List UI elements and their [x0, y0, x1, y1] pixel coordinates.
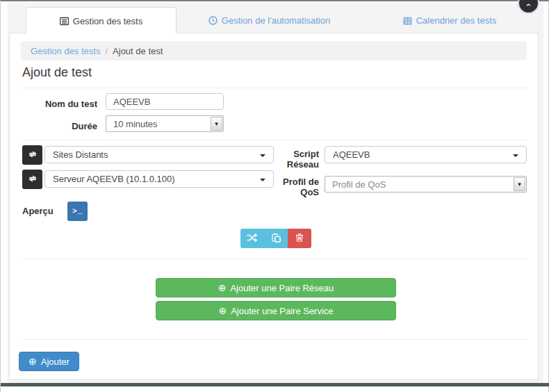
plus-circle-icon: ⊕	[218, 306, 227, 316]
refresh-server-button[interactable]	[22, 170, 42, 189]
refresh-sites-button[interactable]	[22, 145, 42, 165]
select-arrow-icon	[211, 117, 222, 131]
duration-select-value: 10 minutes	[113, 119, 158, 129]
plus-circle-icon: ⊕	[218, 283, 227, 293]
serveur-value: Serveur AQEEVB (10.1.0.100)	[53, 174, 175, 184]
add-network-pair-label: Ajouter une Paire Réseau	[230, 283, 334, 293]
tab-gestion-des-tests[interactable]: Gestion des tests	[26, 7, 177, 34]
pair-actions-group	[240, 229, 311, 248]
name-label: Nom du test	[10, 96, 97, 113]
section-divider	[22, 140, 527, 140]
app-window: Gestion des tests Gestion de l'automatis…	[0, 0, 549, 392]
select-arrow-icon	[514, 177, 525, 191]
duration-select[interactable]: 10 minutes	[106, 115, 224, 132]
add-service-pair-button[interactable]: ⊕ Ajouter une Paire Service	[156, 301, 396, 320]
script-reseau-dropdown[interactable]: AQEEVB	[325, 146, 527, 163]
profil-qos-select[interactable]: Profil de QoS	[325, 176, 527, 193]
tab-label: Calendrier des tests	[416, 15, 497, 26]
add-service-pair-label: Ajouter une Paire Service	[231, 306, 333, 316]
terminal-icon: >_	[72, 207, 83, 215]
sites-distants-value: Sites Distants	[53, 149, 108, 160]
preview-terminal-button[interactable]: >_	[67, 202, 88, 221]
shuffle-button[interactable]	[240, 229, 264, 248]
paste-button[interactable]	[264, 229, 288, 248]
tab-calendrier[interactable]: Calendrier des tests	[362, 7, 537, 33]
retweet-icon	[28, 149, 38, 161]
script-reseau-value: AQEEVB	[333, 149, 370, 160]
test-name-input[interactable]	[106, 93, 224, 110]
trash-icon	[295, 233, 304, 244]
page-title: Ajout de test	[22, 65, 527, 88]
plus-circle-icon: ⊕	[28, 357, 37, 366]
breadcrumb-link-gestion-des-tests[interactable]: Gestion des tests	[31, 46, 100, 56]
breadcrumb-separator: /	[105, 46, 108, 56]
page-background: Gestion des tests Gestion de l'automatis…	[8, 3, 543, 384]
breadcrumb-current: Ajout de test	[113, 46, 163, 56]
retweet-icon	[28, 173, 38, 186]
list-alt-icon	[60, 17, 69, 26]
caret-down-icon	[513, 154, 518, 157]
chevron-up-icon: ⌃	[525, 2, 532, 13]
tab-label: Gestion des tests	[73, 16, 142, 26]
serveur-dropdown[interactable]: Serveur AQEEVB (10.1.0.100)	[44, 170, 274, 188]
add-network-pair-button[interactable]: ⊕ Ajouter une Paire Réseau	[156, 278, 396, 297]
section-divider	[22, 339, 527, 340]
submit-ajouter-button[interactable]: ⊕ Ajouter	[19, 352, 79, 371]
delete-pair-button[interactable]	[288, 229, 311, 248]
calendar-icon	[403, 16, 412, 25]
caret-down-icon	[260, 179, 265, 181]
caret-down-icon	[260, 154, 265, 157]
submit-label: Ajouter	[41, 357, 69, 367]
tab-bar: Gestion des tests Gestion de l'automatis…	[26, 7, 537, 33]
tab-gestion-automatisation[interactable]: Gestion de l'automatisation	[177, 7, 362, 33]
shuffle-icon	[247, 234, 258, 244]
script-reseau-label: Script Réseau	[277, 149, 319, 170]
breadcrumb: Gestion des tests / Ajout de test	[21, 41, 527, 60]
bottom-border-bar	[1, 383, 549, 386]
tab-label: Gestion de l'automatisation	[222, 15, 330, 26]
sites-distants-dropdown[interactable]: Sites Distants	[44, 146, 274, 163]
content-panel: Gestion des tests / Ajout de test Ajout …	[9, 33, 539, 380]
apercu-label: Aperçu	[22, 206, 54, 216]
duration-label: Durée	[10, 118, 97, 135]
section-divider	[22, 259, 527, 259]
clock-icon	[208, 16, 218, 25]
profil-qos-value: Profil de QoS	[332, 179, 386, 190]
profil-qos-label: Profil de QoS	[277, 177, 319, 197]
paste-icon	[272, 233, 281, 245]
